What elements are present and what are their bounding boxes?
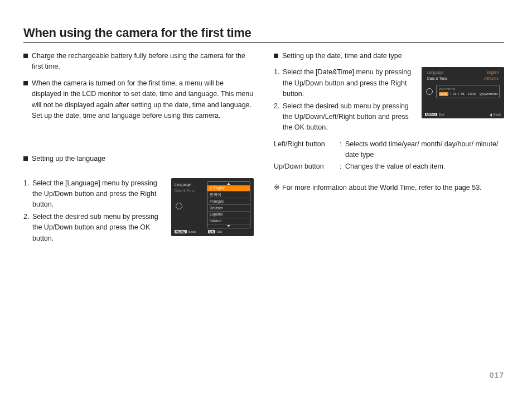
def-label: Left/Right button bbox=[274, 139, 340, 161]
def-colon: : bbox=[340, 161, 345, 172]
bullet-item: When the camera is turned on for the fir… bbox=[23, 78, 254, 122]
square-bullet-icon bbox=[23, 54, 28, 58]
bullet-text: Charge the rechargeable battery fully be… bbox=[32, 51, 254, 73]
check-icon: ✔ bbox=[210, 186, 212, 190]
step: 2.Select the desired sub menu by pressin… bbox=[274, 101, 414, 133]
step: 1.Select the [Date&Time] menu by pressin… bbox=[274, 67, 414, 99]
button-definitions: Left/Right button : Selects world time/y… bbox=[274, 139, 504, 173]
chevron-down-icon bbox=[227, 225, 230, 227]
lcd-back-label: Back bbox=[494, 113, 501, 117]
lcd-option: 한국어 bbox=[207, 192, 250, 198]
lcd-row-language: Language English bbox=[427, 70, 499, 75]
title-rule bbox=[23, 42, 504, 43]
section-heading-text: Setting up the language bbox=[32, 154, 254, 164]
note: ※For more information about the World Ti… bbox=[274, 183, 504, 193]
lcd-row-value: English bbox=[487, 70, 499, 75]
step: 1.Select the [Language] menu by pressing… bbox=[23, 178, 163, 210]
lcd-menu-datetime: Date & Time bbox=[175, 189, 207, 193]
lcd-day: 01 bbox=[461, 92, 465, 96]
ok-tag-icon: OK bbox=[208, 230, 215, 233]
bullet-text: When the camera is turned on for the fir… bbox=[32, 78, 254, 122]
arrow-left-icon bbox=[490, 113, 492, 117]
lcd-exit-label: Exit bbox=[439, 113, 444, 116]
lcd-row-value: :09/01/01 bbox=[483, 76, 499, 81]
left-column: Charge the rechargeable battery fully be… bbox=[23, 51, 254, 245]
menu-tag-icon: MENU bbox=[175, 230, 187, 233]
def-value: Selects world time/year/ month/ day/hour… bbox=[345, 139, 504, 161]
lcd-back-hint: Back bbox=[490, 113, 501, 117]
step: 2.Select the desired sub menu by pressin… bbox=[23, 212, 163, 244]
lcd-option: Français bbox=[207, 198, 250, 205]
step-text: Select the [Date&Time] menu by pressing … bbox=[283, 67, 414, 99]
lcd-set-label: Set bbox=[217, 230, 222, 233]
lcd-row-label: Date & Time bbox=[427, 76, 447, 81]
lcd-date-editor: yyyy mm dd 2009 / 01 / 01 13:00 yyyy/mm bbox=[436, 85, 500, 98]
bullet-item: Charge the rechargeable battery fully be… bbox=[23, 51, 254, 73]
square-bullet-icon bbox=[274, 54, 278, 58]
square-bullet-icon bbox=[23, 156, 28, 161]
step-text: Select the desired sub menu by pressing … bbox=[32, 212, 163, 244]
mode-dial-icon bbox=[426, 88, 433, 95]
lcd-options-panel: ✔English 한국어 Français Deutsch Español It… bbox=[207, 181, 250, 228]
lcd-set-hint: OKSet bbox=[208, 230, 222, 234]
section-heading: Setting up the date, time and date type bbox=[274, 51, 504, 61]
square-bullet-icon bbox=[23, 81, 28, 85]
page-title: When using the camera for the first time bbox=[23, 26, 504, 40]
def-label: Up/Down button bbox=[274, 161, 340, 172]
lcd-back-hint: MENUBack bbox=[175, 230, 196, 234]
lcd-datetime-figure: Language English Date & Time :09/01/01 y… bbox=[422, 67, 504, 118]
note-text: For more information about the World Tim… bbox=[282, 184, 482, 192]
lcd-date-header: yyyy mm dd bbox=[439, 87, 497, 91]
lcd-exit-hint: MENUExit bbox=[425, 113, 444, 117]
lcd-time: 13:00 bbox=[468, 92, 476, 96]
def-value: Changes the value of each item. bbox=[345, 161, 504, 172]
lcd-option: Deutsch bbox=[207, 205, 250, 212]
right-column: Setting up the date, time and date type … bbox=[274, 51, 504, 245]
lcd-row-label: Language bbox=[427, 70, 443, 75]
lcd-month: 01 bbox=[453, 92, 457, 96]
sep: / bbox=[450, 92, 451, 96]
lcd-option: Italiano bbox=[207, 218, 250, 225]
menu-tag-icon: MENU bbox=[425, 113, 437, 116]
lcd-row-datetime: Date & Time :09/01/01 bbox=[427, 76, 499, 81]
lcd-option: Español bbox=[207, 212, 250, 218]
def-colon: : bbox=[340, 139, 345, 161]
step-text: Select the desired sub menu by pressing … bbox=[283, 101, 414, 133]
section-heading: Setting up the language bbox=[23, 154, 254, 164]
reference-mark-icon: ※ bbox=[274, 184, 280, 192]
chevron-up-icon bbox=[227, 183, 230, 185]
lcd-date-format: yyyy/mm/dd bbox=[480, 92, 497, 96]
page-number: 017 bbox=[490, 371, 504, 380]
lcd-language-figure: Language Date & Time ✔English 한국어 França… bbox=[171, 178, 254, 236]
lcd-option-label: English bbox=[214, 186, 225, 190]
sep: / bbox=[458, 92, 460, 96]
lcd-year-selected: 2009 bbox=[439, 92, 448, 96]
steps-list: 1.Select the [Language] menu by pressing… bbox=[23, 178, 163, 244]
step-text: Select the [Language] menu by pressing t… bbox=[32, 178, 163, 210]
lcd-back-label: Back bbox=[188, 230, 196, 233]
section-heading-text: Setting up the date, time and date type bbox=[282, 51, 504, 61]
steps-list: 1.Select the [Date&Time] menu by pressin… bbox=[274, 67, 414, 133]
lcd-menu-language: Language bbox=[175, 183, 207, 187]
lcd-option-selected: ✔English bbox=[207, 185, 250, 192]
